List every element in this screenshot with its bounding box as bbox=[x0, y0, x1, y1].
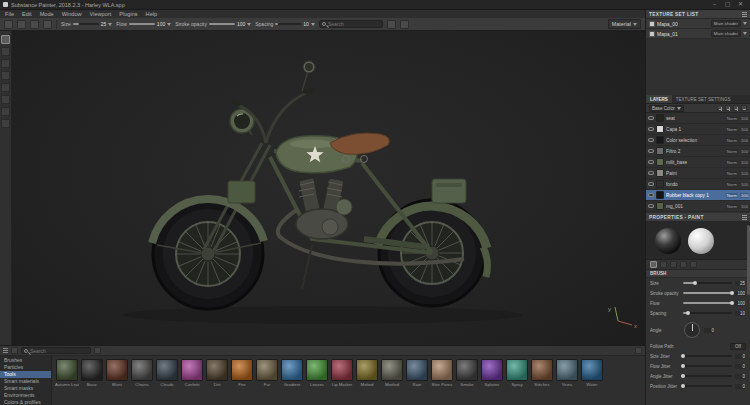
shelf-search[interactable] bbox=[21, 347, 91, 354]
material-picker-icon[interactable] bbox=[1, 107, 10, 116]
shelf-item[interactable]: Splatter bbox=[480, 359, 504, 402]
layer-opacity[interactable]: 100 bbox=[740, 149, 748, 154]
shelf-item[interactable]: Blunt bbox=[105, 359, 129, 402]
shelf-item[interactable]: Confetti bbox=[180, 359, 204, 402]
layer-row[interactable]: fondo Norm 100 bbox=[646, 179, 750, 190]
layer-opacity[interactable]: 100 bbox=[740, 193, 748, 198]
camera-settings-icon[interactable] bbox=[387, 20, 396, 29]
display-grid-icon[interactable] bbox=[635, 347, 642, 354]
layer-blend-mode[interactable]: Norm bbox=[726, 160, 738, 165]
brush-preset-icon[interactable] bbox=[4, 20, 13, 29]
slider-track[interactable] bbox=[683, 365, 732, 367]
toolbar-size-slider[interactable]: Size 25 bbox=[61, 21, 112, 27]
layer-row[interactable]: Filtro 2 Norm 100 bbox=[646, 146, 750, 157]
visibility-eye-icon[interactable] bbox=[648, 127, 654, 131]
slider-value[interactable]: 0 bbox=[735, 364, 746, 369]
titlebar[interactable]: Substance Painter, 2018.2.3 - Harley WLA… bbox=[0, 0, 750, 10]
menu-item[interactable]: Help bbox=[146, 11, 158, 17]
slider-value[interactable]: 0 bbox=[735, 374, 746, 379]
minimize-button[interactable]: – bbox=[708, 0, 721, 9]
slider-value[interactable]: 100 bbox=[735, 291, 746, 296]
texture-set-row[interactable]: Mapa_01 Main shader bbox=[646, 29, 750, 39]
maximize-button[interactable]: ▢ bbox=[721, 0, 734, 9]
visibility-eye-icon[interactable] bbox=[648, 171, 654, 175]
layer-opacity[interactable]: 100 bbox=[740, 182, 748, 187]
layer-opacity[interactable]: 100 bbox=[740, 171, 748, 176]
layer-blend-mode[interactable]: Norm bbox=[726, 182, 738, 187]
shelf-category[interactable]: Smart masks bbox=[0, 385, 51, 392]
material-mode-icon[interactable] bbox=[680, 261, 687, 268]
layer-row[interactable]: Paint Norm 100 bbox=[646, 168, 750, 179]
toolbar-spacing-slider[interactable]: Spacing 10 bbox=[255, 21, 315, 27]
layer-opacity[interactable]: 100 bbox=[740, 160, 748, 165]
shelf-category[interactable]: Tools bbox=[0, 371, 51, 378]
brush-section-header[interactable]: BRUSH bbox=[646, 270, 750, 278]
layer-row[interactable]: Rubber black copy 1 Norm 100 bbox=[646, 190, 750, 201]
brush-jitter-slider[interactable]: Position Jitter 0 bbox=[646, 381, 750, 391]
toolbar-stroke-opacity-track[interactable] bbox=[209, 23, 235, 25]
material-preview-sphere[interactable] bbox=[688, 228, 714, 254]
visibility-eye-icon[interactable] bbox=[648, 149, 654, 153]
layer-blend-mode[interactable]: Norm bbox=[726, 138, 738, 143]
brush-jitter-slider[interactable]: Angle Jitter 0 bbox=[646, 371, 750, 381]
shelf-item[interactable]: Water bbox=[580, 359, 604, 402]
close-button[interactable]: ✕ bbox=[734, 0, 747, 9]
slider-track[interactable] bbox=[683, 282, 732, 284]
layer-row[interactable]: Color selection Norm 100 bbox=[646, 135, 750, 146]
toolbar-search[interactable] bbox=[319, 20, 383, 28]
projection-tool-icon[interactable] bbox=[1, 59, 10, 68]
menu-item[interactable]: Mode bbox=[40, 11, 54, 17]
add-effect-icon[interactable] bbox=[733, 105, 739, 111]
stencil-icon[interactable] bbox=[17, 20, 26, 29]
slider-value[interactable]: 25 bbox=[735, 281, 746, 286]
layer-blend-mode[interactable]: Norm bbox=[726, 204, 738, 209]
layer-opacity[interactable]: 100 bbox=[740, 138, 748, 143]
shelf-item[interactable]: Mottled bbox=[380, 359, 404, 402]
layer-opacity[interactable]: 100 bbox=[740, 204, 748, 209]
paint-tool-icon[interactable] bbox=[1, 35, 10, 44]
shelf-item[interactable]: Stitches bbox=[530, 359, 554, 402]
toolbar-size-track[interactable] bbox=[73, 23, 99, 25]
shelf-item[interactable]: Fur bbox=[255, 359, 279, 402]
visibility-eye-icon[interactable] bbox=[648, 138, 654, 142]
stencil-mode-icon[interactable] bbox=[690, 261, 697, 268]
grip-icon[interactable] bbox=[3, 350, 8, 351]
tab-layers[interactable]: LAYERS bbox=[646, 95, 672, 103]
shader-dropdown[interactable]: Main shader bbox=[711, 30, 741, 37]
symmetry-icon[interactable] bbox=[43, 20, 52, 29]
menu-item[interactable]: Plugins bbox=[119, 11, 137, 17]
layer-row[interactable]: Capa 1 Norm 100 bbox=[646, 124, 750, 135]
display-settings-icon[interactable] bbox=[400, 20, 409, 29]
menu-icon[interactable] bbox=[742, 14, 747, 15]
brush-property-slider[interactable]: Flow 100 bbox=[646, 298, 750, 308]
layer-blend-mode[interactable]: Norm bbox=[726, 127, 738, 132]
texture-set-row[interactable]: Mapa_00 Main shader bbox=[646, 19, 750, 29]
brush-property-slider[interactable]: Stroke opacity 100 bbox=[646, 288, 750, 298]
shelf-item[interactable]: Dirt bbox=[205, 359, 229, 402]
smudge-tool-icon[interactable] bbox=[1, 83, 10, 92]
follow-path-toggle[interactable]: Off bbox=[730, 343, 746, 350]
layer-blend-mode[interactable]: Norm bbox=[726, 193, 738, 198]
layer-row[interactable]: seat Norm 100 bbox=[646, 113, 750, 124]
shelf-category[interactable]: Particles bbox=[0, 364, 51, 371]
delete-layer-icon[interactable] bbox=[741, 105, 747, 111]
3d-viewport[interactable]: x y bbox=[12, 31, 645, 345]
slider-track[interactable] bbox=[683, 292, 732, 294]
lazy-mouse-icon[interactable] bbox=[30, 20, 39, 29]
shelf-item[interactable]: Basic bbox=[80, 359, 104, 402]
clone-tool-icon[interactable] bbox=[1, 95, 10, 104]
slider-value[interactable]: 0 bbox=[735, 354, 746, 359]
material-dropdown[interactable]: Material bbox=[608, 19, 641, 29]
visibility-eye-icon[interactable] bbox=[648, 182, 654, 186]
slider-track[interactable] bbox=[683, 375, 732, 377]
quick-mask-icon[interactable] bbox=[1, 119, 10, 128]
shelf-item[interactable]: Chains bbox=[130, 359, 154, 402]
polygon-fill-tool-icon[interactable] bbox=[1, 71, 10, 80]
shelf-item[interactable]: Spray bbox=[505, 359, 529, 402]
add-folder-icon[interactable] bbox=[725, 105, 731, 111]
shelf-item[interactable]: Leaves bbox=[305, 359, 329, 402]
menu-item[interactable]: Viewport bbox=[90, 11, 112, 17]
slider-value[interactable]: 10 bbox=[735, 311, 746, 316]
eraser-mode-icon[interactable] bbox=[660, 261, 667, 268]
toolbar-search-input[interactable] bbox=[328, 21, 380, 27]
